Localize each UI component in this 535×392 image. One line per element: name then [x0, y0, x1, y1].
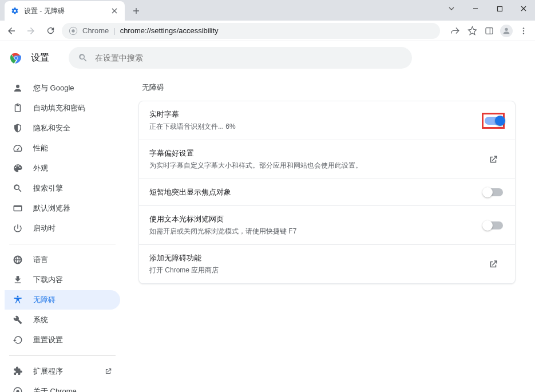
- browser-icon: [13, 203, 23, 213]
- sidebar-item-downloads[interactable]: 下载内容: [5, 270, 120, 290]
- address-bar[interactable]: Chrome | chrome://settings/accessibility: [62, 23, 440, 39]
- close-window-button[interactable]: [512, 0, 535, 17]
- sidebar-item-label: 扩展程序: [33, 366, 63, 377]
- sidebar-item-label: 下载内容: [33, 275, 63, 285]
- tab-title: 设置 - 无障碍: [24, 6, 105, 16]
- reload-button[interactable]: [42, 23, 58, 39]
- settings-card: 实时字幕 正在下载语音识别文件... 6% 字幕偏好设置 为实时字幕自定: [138, 101, 516, 284]
- sidebar-item-autofill[interactable]: 自动填充和密码: [5, 98, 120, 118]
- row-subtitle: 打开 Chrome 应用商店: [149, 266, 482, 275]
- toggle-caret-browsing[interactable]: [484, 221, 503, 229]
- setting-row-focus-highlight: 短暂地突出显示焦点对象: [139, 179, 515, 206]
- url-separator: |: [113, 26, 115, 35]
- row-title: 短暂地突出显示焦点对象: [149, 187, 482, 197]
- settings-content: 无障碍 实时字幕 正在下载语音识别文件... 6%: [122, 73, 535, 392]
- sidebar-item-label: 您与 Google: [33, 83, 74, 93]
- svg-point-6: [523, 27, 524, 29]
- sidebar-item-system[interactable]: 系统: [5, 310, 120, 330]
- url-bar: Chrome | chrome://settings/accessibility: [0, 21, 535, 41]
- svg-point-2: [72, 29, 74, 32]
- sidebar-item-label: 系统: [33, 315, 48, 325]
- sidebar-item-you-and-google[interactable]: 您与 Google: [5, 78, 120, 98]
- toggle-focus-highlight[interactable]: [484, 188, 503, 196]
- setting-row-caption-prefs[interactable]: 字幕偏好设置 为实时字幕自定义字幕大小和样式。部分应用和网站也会使用此设置。: [139, 140, 515, 179]
- window-titlebar: 设置 - 无障碍: [0, 0, 535, 21]
- section-title: 无障碍: [142, 82, 516, 93]
- sidebar-item-on-startup[interactable]: 启动时: [5, 219, 120, 238]
- share-icon[interactable]: [447, 23, 463, 39]
- sidebar-item-languages[interactable]: 语言: [5, 250, 120, 270]
- sidebar-item-reset[interactable]: 重置设置: [5, 330, 120, 350]
- profile-avatar[interactable]: [498, 23, 514, 39]
- sidebar-divider: [9, 355, 116, 356]
- speedometer-icon: [13, 143, 23, 153]
- sidebar-item-label: 性能: [33, 143, 48, 153]
- gear-icon: [10, 6, 19, 15]
- svg-point-12: [15, 57, 18, 60]
- row-subtitle: 正在下载语音识别文件... 6%: [149, 122, 482, 132]
- extension-icon: [13, 366, 23, 377]
- sidebar-item-label: 自动填充和密码: [33, 103, 85, 113]
- page-title: 设置: [31, 52, 49, 64]
- setting-row-caret-browsing: 使用文本光标浏览网页 如需开启或关闭光标浏览模式，请使用快捷键 F7: [139, 206, 515, 245]
- browser-tab[interactable]: 设置 - 无障碍: [5, 1, 125, 21]
- toggle-live-caption[interactable]: [485, 117, 502, 125]
- url-text: chrome://settings/accessibility: [120, 26, 219, 35]
- settings-search[interactable]: [69, 47, 412, 69]
- bookmark-icon[interactable]: [464, 23, 480, 39]
- menu-button[interactable]: [516, 23, 532, 39]
- setting-row-live-caption: 实时字幕 正在下载语音识别文件... 6%: [139, 101, 515, 140]
- sidebar-item-label: 语言: [33, 255, 48, 265]
- search-input[interactable]: [95, 53, 403, 62]
- row-title: 字幕偏好设置: [149, 148, 482, 159]
- forward-button[interactable]: [23, 23, 39, 39]
- svg-rect-0: [497, 6, 502, 11]
- row-title: 添加无障碍功能: [149, 253, 482, 263]
- sidebar-item-accessibility[interactable]: 无障碍: [5, 290, 120, 310]
- minimize-button[interactable]: [464, 0, 487, 17]
- setting-row-add-accessibility[interactable]: 添加无障碍功能 打开 Chrome 应用商店: [139, 245, 515, 283]
- chrome-logo-icon: [13, 386, 23, 392]
- svg-point-7: [523, 30, 524, 31]
- sidebar-item-default-browser[interactable]: 默认浏览器: [5, 199, 120, 218]
- new-tab-button[interactable]: [128, 3, 144, 19]
- chevron-down-icon[interactable]: [440, 0, 463, 17]
- chrome-product-icon: [69, 26, 78, 35]
- sidebar-item-label: 无障碍: [33, 295, 56, 305]
- sidebar-item-label: 默认浏览器: [33, 203, 70, 213]
- row-subtitle: 如需开启或关闭光标浏览模式，请使用快捷键 F7: [149, 227, 482, 236]
- sidebar-item-privacy[interactable]: 隐私和安全: [5, 118, 120, 138]
- wrench-icon: [13, 315, 23, 325]
- chrome-logo-icon: [9, 51, 23, 65]
- svg-rect-3: [486, 27, 493, 34]
- open-external-icon: [488, 259, 498, 270]
- sidebar-item-appearance[interactable]: 外观: [5, 159, 120, 178]
- close-icon[interactable]: [110, 6, 119, 15]
- side-panel-icon[interactable]: [481, 23, 497, 39]
- maximize-button[interactable]: [488, 0, 511, 17]
- palette-icon: [13, 163, 23, 173]
- person-icon: [13, 83, 23, 93]
- restore-icon: [13, 335, 23, 345]
- settings-sidebar: 您与 Google 自动填充和密码 隐私和安全 性能 外观 搜索引擎 默认浏览器…: [0, 73, 122, 392]
- open-external-icon: [104, 367, 112, 375]
- sidebar-item-label: 启动时: [33, 223, 56, 233]
- sidebar-item-performance[interactable]: 性能: [5, 138, 120, 158]
- sidebar-item-label: 重置设置: [33, 335, 63, 345]
- clipboard-icon: [13, 103, 23, 113]
- sidebar-item-search-engine[interactable]: 搜索引擎: [5, 179, 120, 198]
- back-button[interactable]: [3, 23, 19, 39]
- accessibility-icon: [13, 295, 23, 305]
- sidebar-item-about[interactable]: 关于 Chrome: [5, 382, 120, 392]
- highlight-annotation: [482, 113, 505, 129]
- sidebar-item-extensions[interactable]: 扩展程序: [5, 362, 120, 381]
- sidebar-item-label: 搜索引擎: [33, 183, 63, 193]
- shield-icon: [13, 123, 23, 133]
- globe-icon: [13, 255, 23, 265]
- sidebar-item-label: 外观: [33, 163, 48, 173]
- url-prefix: Chrome: [82, 26, 109, 35]
- power-icon: [13, 223, 23, 233]
- row-subtitle: 为实时字幕自定义字幕大小和样式。部分应用和网站也会使用此设置。: [149, 161, 482, 171]
- svg-point-5: [505, 27, 508, 30]
- svg-point-8: [523, 33, 524, 34]
